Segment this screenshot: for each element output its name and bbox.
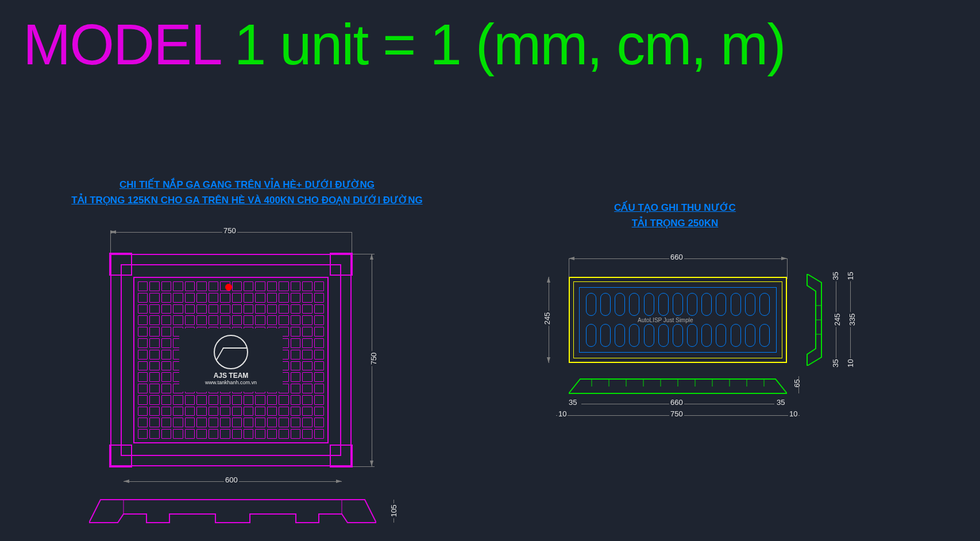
- stud-dot: [232, 395, 242, 405]
- dim-ext-line: [787, 258, 788, 279]
- corner-tab: [330, 445, 353, 467]
- slot: [673, 293, 683, 316]
- stud-dot: [173, 407, 183, 416]
- stud-dot: [138, 338, 148, 348]
- stud-dot: [149, 350, 159, 360]
- slot-row: [586, 324, 770, 347]
- stud-dot: [291, 293, 300, 303]
- stud-dot: [149, 327, 159, 337]
- dim-35a: 35: [568, 398, 578, 407]
- stud-dot: [161, 395, 171, 405]
- stud-dot: [138, 361, 148, 371]
- stud-dot: [255, 395, 265, 405]
- stud-dot: [244, 281, 253, 291]
- stud-dot: [279, 304, 288, 314]
- stud-dot: [302, 304, 312, 314]
- dim-arrow-icon: [370, 461, 373, 466]
- stud-dot: [302, 407, 312, 416]
- dim-750-profile: 750: [669, 409, 684, 418]
- stud-dot: [209, 315, 218, 325]
- stud-dot: [291, 372, 300, 382]
- slot: [615, 324, 625, 347]
- stud-dot: [279, 281, 288, 291]
- stud-dot: [267, 429, 277, 439]
- stud-dot: [279, 293, 288, 303]
- stud-dot: [209, 429, 218, 439]
- stud-dot: [220, 293, 230, 303]
- dim-arrow-icon: [781, 257, 787, 260]
- dim-10a: 10: [557, 409, 568, 418]
- stud-dot: [185, 315, 195, 325]
- stud-dot: [302, 429, 312, 439]
- stud-dot: [314, 350, 324, 360]
- stud-dot: [138, 418, 148, 427]
- stud-dot: [291, 429, 300, 439]
- stud-dot: [161, 338, 171, 348]
- stud-dot: [314, 418, 324, 427]
- stud-dot: [244, 418, 253, 427]
- stud-dot: [255, 429, 265, 439]
- slot: [629, 293, 639, 316]
- stud-dot: [232, 304, 242, 314]
- slot: [673, 324, 683, 347]
- dim-arrow-icon: [110, 230, 116, 234]
- stud-dot: [161, 293, 171, 303]
- dim-660-top: 660: [669, 253, 684, 261]
- slot: [644, 324, 654, 347]
- stud-dot: [138, 395, 148, 405]
- slot: [745, 324, 755, 347]
- right-title-line2: TẢI TRỌNG 250KN: [632, 218, 719, 229]
- stud-dot: [314, 407, 324, 416]
- stud-dot: [196, 315, 206, 325]
- manhole-section-view: 600 105: [89, 494, 376, 540]
- stud-dot: [138, 384, 148, 393]
- stud-dot: [161, 315, 171, 325]
- stud-dot: [138, 372, 148, 382]
- stud-dot: [161, 384, 171, 393]
- stud-dot: [291, 304, 300, 314]
- stud-dot: [185, 293, 195, 303]
- stud-dot: [138, 304, 148, 314]
- stud-dot: [173, 418, 183, 427]
- dim-660-profile: 660: [669, 398, 684, 407]
- stud-dot: [220, 395, 230, 405]
- dim-35b: 35: [775, 398, 786, 407]
- stud-dot: [232, 315, 242, 325]
- stud-dot: [161, 372, 171, 382]
- stud-dot: [185, 304, 195, 314]
- stud-dot: [209, 304, 218, 314]
- stud-dot: [149, 281, 159, 291]
- stud-dot: [244, 429, 253, 439]
- dim-245-left: 245: [543, 311, 551, 326]
- stud-dot: [149, 395, 159, 405]
- web-label: www.tankhanh.com.vn: [205, 380, 257, 385]
- slot: [586, 293, 596, 316]
- center-marker-dot: [225, 284, 232, 291]
- left-title-line2: TẢI TRỌNG 125KN CHO GA TRÊN HÈ VÀ 400KN …: [71, 195, 422, 206]
- header-unit: 1 unit = 1 (mm, cm, m): [219, 12, 785, 76]
- grate-profile-view: 65 660 35 35 750 10 10: [569, 376, 787, 399]
- stud-dot: [255, 418, 265, 427]
- stud-dot: [291, 338, 300, 348]
- stud-dot: [314, 361, 324, 371]
- stud-dot: [291, 327, 300, 337]
- stud-dot: [291, 281, 300, 291]
- stud-dot: [314, 281, 324, 291]
- slot: [731, 324, 741, 347]
- stud-dot: [173, 281, 183, 291]
- dim-s335: 335: [848, 312, 856, 327]
- stud-dot: [279, 407, 288, 416]
- dim-arrow-icon: [336, 480, 342, 483]
- stud-dot: [302, 293, 312, 303]
- stud-dot: [302, 384, 312, 393]
- slot: [716, 293, 726, 316]
- slot: [629, 324, 639, 347]
- stud-dot: [302, 395, 312, 405]
- slot: [658, 324, 669, 347]
- stud-dot: [302, 315, 312, 325]
- slot: [716, 324, 726, 347]
- dim-arrow-icon: [370, 254, 373, 260]
- slot: [701, 324, 712, 347]
- stud-dot: [291, 361, 300, 371]
- slot: [600, 324, 611, 347]
